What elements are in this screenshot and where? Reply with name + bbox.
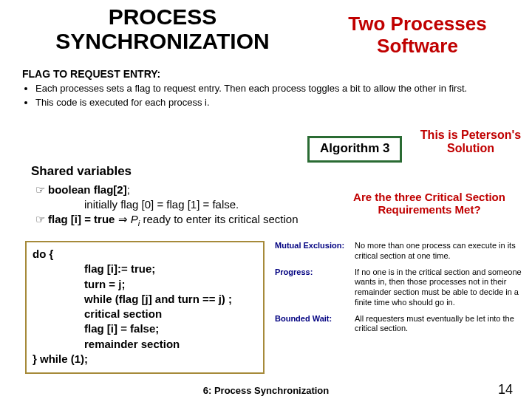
hand1-tail: ;: [127, 183, 130, 196]
code-line: flag [i] = false;: [84, 321, 257, 336]
code-line: turn = j;: [84, 277, 257, 292]
req-text: If no one is in the critical section and…: [355, 267, 525, 308]
section-heading: FLAG TO REQUEST ENTRY:: [22, 68, 160, 80]
code-line: do {: [33, 247, 257, 262]
req-label: Bounded Wait:: [275, 314, 355, 335]
req-row: Bounded Wait: All requesters must eventu…: [275, 314, 525, 335]
code-box: do { flag [i]:= true; turn = j; while (f…: [25, 241, 265, 374]
hand2-pi: P: [131, 213, 138, 225]
code-line: } while (1);: [33, 352, 257, 366]
requirements-question: Are the three Critical Section Requireme…: [337, 191, 522, 216]
code-line: remainder section: [84, 337, 257, 352]
hand2-arrow: ⇒: [115, 213, 130, 225]
code-line: while (flag [j] and turn == j) ;: [84, 292, 257, 307]
bullet-item: This code is executed for each process i…: [35, 97, 510, 109]
code-line: flag [i]:= true;: [84, 262, 257, 276]
hand1-bold: boolean flag[2]: [48, 183, 127, 196]
code-line: critical section: [84, 307, 257, 321]
hand-icon: ☞: [35, 213, 45, 225]
req-text: No more than one process can execute in …: [355, 241, 525, 262]
peterson-note: This is Peterson's Solution: [415, 129, 526, 156]
title-right: Two Processes Software: [325, 13, 510, 58]
title-left: PROCESS SYNCHRONIZATION: [22, 4, 303, 53]
shared-variables-heading: Shared variables: [31, 164, 132, 179]
req-text: All requesters must eventually be let in…: [355, 314, 525, 335]
hand-icon: ☞: [35, 183, 45, 196]
bullet-item: Each processes sets a flag to request en…: [35, 83, 510, 95]
page-number: 14: [498, 382, 513, 398]
hand2-bold: flag [i] = true: [48, 213, 115, 225]
initial-values: initially flag [0] = flag [1] = false.: [84, 198, 239, 211]
footer-text: 6: Process Synchronization: [0, 385, 532, 396]
hand-line-2: ☞flag [i] = true ⇒ Pi ready to enter its…: [35, 213, 299, 228]
hand-line-1: ☞boolean flag[2];: [35, 183, 130, 197]
algorithm-badge: Algorithm 3: [307, 136, 402, 163]
bullet-list: Each processes sets a flag to request en…: [22, 83, 510, 111]
req-row: Progress: If no one is in the critical s…: [275, 267, 525, 308]
req-label: Progress:: [275, 267, 355, 308]
req-label: Mutual Exclusion:: [275, 241, 355, 262]
req-row: Mutual Exclusion: No more than one proce…: [275, 241, 525, 262]
requirements-table: Mutual Exclusion: No more than one proce…: [275, 241, 525, 340]
hand2-rest: ready to enter its critical section: [140, 213, 298, 225]
